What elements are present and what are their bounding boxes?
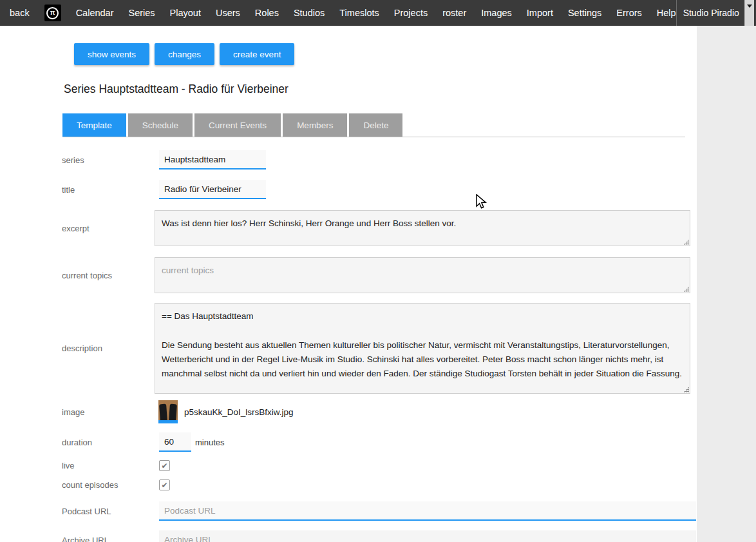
image-filename: p5skauKk_DoI_lsrsBfxiw.jpg: [184, 407, 294, 417]
tab-members[interactable]: Members: [283, 113, 347, 137]
nav-item-calendar[interactable]: Calendar: [76, 8, 114, 18]
studio-select-value: Studio Piradio: [677, 8, 744, 18]
nav-item-import[interactable]: Import: [527, 8, 553, 18]
nav-item-roster[interactable]: roster: [442, 8, 466, 18]
nav-item-errors[interactable]: Errors: [616, 8, 641, 18]
nav-item-studios[interactable]: Studios: [294, 8, 325, 18]
nav-item-roles[interactable]: Roles: [255, 8, 279, 18]
excerpt-textarea[interactable]: Was ist denn hier los? Herr Schinski, He…: [155, 210, 690, 246]
nav-item-projects[interactable]: Projects: [394, 8, 428, 18]
nav-item-help[interactable]: Help: [657, 8, 676, 18]
nav-item-images[interactable]: Images: [481, 8, 512, 18]
nav-item-timeslots[interactable]: Timeslots: [339, 8, 379, 18]
thumbnail-figure: [169, 404, 177, 421]
live-checkbox[interactable]: [159, 460, 170, 471]
archive-url-input[interactable]: [159, 530, 696, 542]
piradio-logo-icon[interactable]: π: [44, 5, 61, 21]
toolbar: show events changes create event: [0, 26, 697, 65]
series-template-form: series title excerpt Was ist denn hier l…: [0, 150, 697, 542]
excerpt-label: excerpt: [62, 224, 155, 233]
series-label: series: [62, 155, 155, 165]
title-input[interactable]: [159, 180, 266, 199]
dropdown-arrow-icon: [744, 0, 754, 26]
description-label: description: [62, 344, 155, 353]
current-topics-label: current topics: [62, 271, 155, 280]
podcast-url-label: Podcast URL: [62, 507, 155, 516]
count-episodes-label: count episodes: [62, 480, 155, 490]
nav-item-settings[interactable]: Settings: [568, 8, 601, 18]
top-nav-bar: back π Calendar Series Playout Users Rol…: [0, 0, 756, 26]
title-label: title: [62, 185, 155, 195]
changes-button[interactable]: changes: [155, 43, 214, 65]
count-episodes-checkbox[interactable]: [159, 479, 170, 490]
current-topics-textarea[interactable]: [155, 257, 690, 293]
show-events-button[interactable]: show events: [74, 43, 149, 65]
thumbnail-figure: [159, 404, 167, 421]
studio-select[interactable]: Studio Piradio: [677, 0, 754, 26]
tab-delete[interactable]: Delete: [349, 113, 402, 137]
thumbnail-accent-bar: [158, 420, 178, 423]
duration-input[interactable]: [159, 432, 191, 452]
nav-item-users[interactable]: Users: [216, 8, 240, 18]
description-textarea[interactable]: == Das Hauptstadtteam Die Sendung besteh…: [155, 303, 690, 394]
live-label: live: [62, 461, 155, 470]
tab-template[interactable]: Template: [62, 113, 126, 137]
page-title: Series Hauptstadtteam - Radio für Vierbe…: [64, 82, 697, 96]
content-area: show events changes create event Series …: [0, 26, 697, 542]
create-event-button[interactable]: create event: [220, 43, 294, 65]
podcast-url-input[interactable]: [159, 501, 696, 521]
tab-bar: Template Schedule Current Events Members…: [62, 113, 685, 137]
image-label: image: [62, 407, 155, 417]
nav-item-playout[interactable]: Playout: [170, 8, 201, 18]
back-link[interactable]: back: [10, 8, 30, 18]
duration-unit-label: minutes: [195, 438, 225, 447]
archive-url-label: Archive URL: [62, 536, 155, 542]
tab-schedule[interactable]: Schedule: [128, 113, 193, 137]
series-image-thumbnail[interactable]: [158, 400, 178, 423]
nav-item-series[interactable]: Series: [128, 8, 155, 18]
tab-current-events[interactable]: Current Events: [194, 113, 281, 137]
series-input[interactable]: [159, 150, 266, 169]
duration-label: duration: [62, 438, 155, 447]
